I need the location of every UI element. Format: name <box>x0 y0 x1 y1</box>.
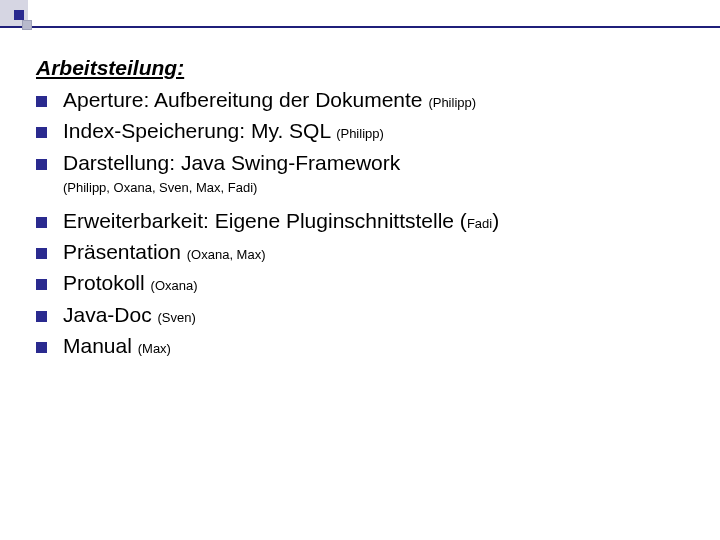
list-item: Index-Speicherung: My. SQL (Philipp) <box>36 117 700 144</box>
bullet-icon <box>36 248 47 259</box>
title-bar-rule <box>0 26 720 28</box>
square-icon <box>22 20 32 30</box>
bullet-icon <box>36 311 47 322</box>
attribution-note: (Philipp, Oxana, Sven, Max, Fadi) <box>63 180 700 195</box>
list-item: Darstellung: Java Swing-Framework <box>36 149 700 176</box>
list-text: Aperture: Aufbereitung der Dokumente (Ph… <box>63 86 476 113</box>
list-item: Präsentation (Oxana, Max) <box>36 238 700 265</box>
list-text: Protokoll (Oxana) <box>63 269 198 296</box>
list-item: Aperture: Aufbereitung der Dokumente (Ph… <box>36 86 700 113</box>
bullet-icon <box>36 279 47 290</box>
list-text: Index-Speicherung: My. SQL (Philipp) <box>63 117 384 144</box>
list-item: Manual (Max) <box>36 332 700 359</box>
bullet-icon <box>36 127 47 138</box>
list-item: Protokoll (Oxana) <box>36 269 700 296</box>
bullet-list-1: Aperture: Aufbereitung der Dokumente (Ph… <box>36 86 700 176</box>
content: Arbeitsteilung: Aperture: Aufbereitung d… <box>36 56 700 363</box>
list-item: Java-Doc (Sven) <box>36 301 700 328</box>
bullet-icon <box>36 217 47 228</box>
bullet-icon <box>36 159 47 170</box>
bullet-icon <box>36 342 47 353</box>
list-text: Java-Doc (Sven) <box>63 301 196 328</box>
square-icon <box>14 10 24 20</box>
section-heading: Arbeitsteilung: <box>36 56 700 80</box>
list-text: Manual (Max) <box>63 332 171 359</box>
list-item: Erweiterbarkeit: Eigene Pluginschnittste… <box>36 207 700 234</box>
list-text: Darstellung: Java Swing-Framework <box>63 149 400 176</box>
bullet-list-2: Erweiterbarkeit: Eigene Pluginschnittste… <box>36 207 700 359</box>
slide: Arbeitsteilung: Aperture: Aufbereitung d… <box>0 0 720 540</box>
title-bar <box>0 0 720 26</box>
list-text: Erweiterbarkeit: Eigene Pluginschnittste… <box>63 207 499 234</box>
bullet-icon <box>36 96 47 107</box>
list-text: Präsentation (Oxana, Max) <box>63 238 266 265</box>
